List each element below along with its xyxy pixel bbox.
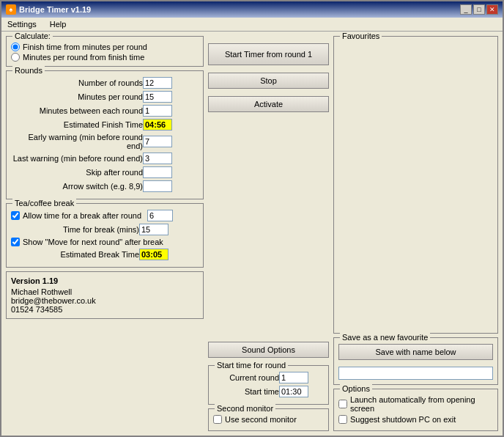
save-with-name-button[interactable]: Save with name below — [338, 344, 493, 360]
tea-check2-row: Show "Move for next round" after break — [11, 238, 199, 246]
menu-bar: Settings Help — [1, 18, 503, 32]
show-move-label: Show "Move for next round" after break — [23, 238, 163, 246]
rounds-row-0: Number of rounds — [11, 77, 199, 89]
tea-title: Tea/coffee break — [12, 199, 76, 208]
skip-after-round-input[interactable] — [143, 166, 172, 178]
sound-options-button[interactable]: Sound Options — [208, 342, 329, 358]
arrow-switch-input[interactable] — [143, 180, 172, 192]
current-round-input[interactable] — [279, 372, 308, 383]
tea-finish-label: Estimated Break Time — [11, 250, 139, 259]
show-move-checkbox[interactable] — [11, 238, 20, 246]
second-monitor-title: Second monitor — [215, 404, 275, 413]
radio-row-2: Minutes per round from finish time — [11, 53, 199, 62]
radio-row-1: Finish time from minutes per round — [11, 43, 199, 51]
favourites-title: Favourites — [340, 32, 382, 40]
launch-auto-label: Launch automatically from opening screen — [350, 395, 493, 413]
tea-check1-row: Allow time for a break after round — [11, 210, 199, 221]
tea-group: Tea/coffee break Allow time for a break … — [6, 203, 204, 268]
launch-auto-checkbox[interactable] — [338, 400, 347, 408]
radio-minutes-label: Minutes per round from finish time — [23, 53, 144, 62]
save-favourite-title: Save as a new favourite — [340, 333, 430, 342]
app-icon: ♠ — [6, 4, 16, 15]
calculate-radio-group: Finish time from minutes per round Minut… — [11, 43, 199, 62]
options-group: Options Launch automatically from openin… — [333, 389, 498, 431]
early-warning-input[interactable] — [143, 136, 172, 147]
start-time-group: Start time for round Current round Start… — [208, 365, 329, 405]
save-name-input[interactable] — [338, 367, 493, 380]
main-content: Calculate: Finish time from minutes per … — [1, 32, 503, 436]
title-buttons: _ □ ✕ — [460, 4, 498, 15]
allow-break-label: Allow time for a break after round — [23, 211, 141, 220]
allow-break-checkbox[interactable] — [11, 211, 20, 220]
rounds-row-2: Minutes between each round — [11, 105, 199, 117]
rounds-label-6: Skip after round — [11, 168, 143, 177]
middle-column: Start Timer from round 1 Stop Activate S… — [208, 36, 329, 431]
minutes-per-round-input[interactable] — [143, 91, 172, 103]
start-timer-button[interactable]: Start Timer from round 1 — [208, 43, 329, 65]
break-time-mins-input[interactable] — [139, 224, 168, 235]
number-of-rounds-input[interactable] — [143, 77, 172, 89]
calculate-title: Calculate: — [12, 32, 53, 40]
rounds-row-3: Estimated Finish Time — [11, 119, 199, 131]
use-second-monitor-label: Use second monitor — [225, 415, 297, 424]
title-bar: ♠ Bridge Timer v1.19 _ □ ✕ — [1, 1, 503, 18]
rounds-label-5: Last warning (min before round end) — [11, 154, 143, 163]
tea-time-label: Time for break (mins) — [11, 225, 139, 234]
estimated-finish-time-input[interactable] — [143, 119, 172, 131]
suggest-shutdown-checkbox[interactable] — [338, 415, 347, 424]
close-button[interactable]: ✕ — [486, 4, 498, 15]
minimize-button[interactable]: _ — [460, 4, 472, 15]
rounds-row-7: Arrow switch (e.g. 8,9) — [11, 180, 199, 192]
estimated-break-time-input[interactable] — [139, 249, 168, 260]
left-column: Calculate: Finish time from minutes per … — [6, 36, 204, 431]
version-box: Version 1.19 Michael Rothwell bridge@the… — [6, 271, 204, 319]
rounds-label-0: Number of rounds — [11, 78, 143, 87]
rounds-row-1: Minutes per round — [11, 91, 199, 103]
rounds-label-7: Arrow switch (e.g. 8,9) — [11, 182, 143, 191]
start-time-input[interactable] — [279, 386, 308, 397]
rounds-label-4: Early warning (min before round end) — [11, 133, 143, 150]
window-title: Bridge Timer v1.19 — [19, 5, 91, 14]
start-time-row: Start time — [213, 386, 324, 397]
rounds-group: Rounds Number of rounds Minutes per roun… — [6, 70, 204, 199]
right-column: Favourites Save as a new favourite Save … — [333, 36, 498, 431]
tea-time-row: Time for break (mins) — [11, 224, 199, 235]
rounds-label-1: Minutes per round — [11, 92, 143, 101]
rounds-row-4: Early warning (min before round end) — [11, 133, 199, 150]
rounds-label-2: Minutes between each round — [11, 106, 143, 115]
start-time-title: Start time for round — [215, 361, 288, 370]
main-window: ♠ Bridge Timer v1.19 _ □ ✕ Settings Help… — [0, 0, 504, 437]
last-warning-input[interactable] — [143, 153, 172, 164]
stop-button[interactable]: Stop — [208, 73, 329, 89]
version-contact: Michael Rothwell bridge@thebower.co.uk 0… — [11, 287, 199, 314]
start-time-label: Start time — [213, 387, 279, 396]
suggest-shutdown-label: Suggest shutdown PC on exit — [350, 415, 456, 424]
menu-help[interactable]: Help — [47, 19, 70, 29]
favourites-group: Favourites — [333, 36, 498, 334]
tea-finish-row: Estimated Break Time — [11, 249, 199, 260]
radio-finish-time[interactable] — [11, 43, 20, 51]
options-title: Options — [340, 384, 372, 393]
current-round-label: Current round — [213, 373, 279, 382]
radio-minutes-per-round[interactable] — [11, 53, 20, 62]
rounds-title: Rounds — [12, 66, 45, 75]
rounds-label-3: Estimated Finish Time — [11, 120, 143, 129]
radio-finish-time-label: Finish time from minutes per round — [23, 43, 147, 51]
save-favourite-group: Save as a new favourite Save with name b… — [333, 337, 498, 385]
calculate-group: Calculate: Finish time from minutes per … — [6, 36, 204, 67]
options-check2-row: Suggest shutdown PC on exit — [338, 415, 493, 424]
version-label: Version 1.19 — [11, 276, 199, 285]
options-check1-row: Launch automatically from opening screen — [338, 395, 493, 413]
minutes-between-rounds-input[interactable] — [143, 105, 172, 117]
rounds-row-6: Skip after round — [11, 166, 199, 178]
rounds-row-5: Last warning (min before round end) — [11, 153, 199, 164]
activate-button[interactable]: Activate — [208, 96, 329, 112]
use-second-monitor-checkbox[interactable] — [213, 415, 222, 424]
maximize-button[interactable]: □ — [473, 4, 485, 15]
break-after-round-input[interactable] — [147, 210, 173, 221]
second-monitor-group: Second monitor Use second monitor — [208, 408, 329, 431]
menu-settings[interactable]: Settings — [4, 19, 40, 29]
second-monitor-check-row: Use second monitor — [213, 415, 324, 424]
title-bar-left: ♠ Bridge Timer v1.19 — [6, 4, 91, 15]
current-round-row: Current round — [213, 372, 324, 383]
